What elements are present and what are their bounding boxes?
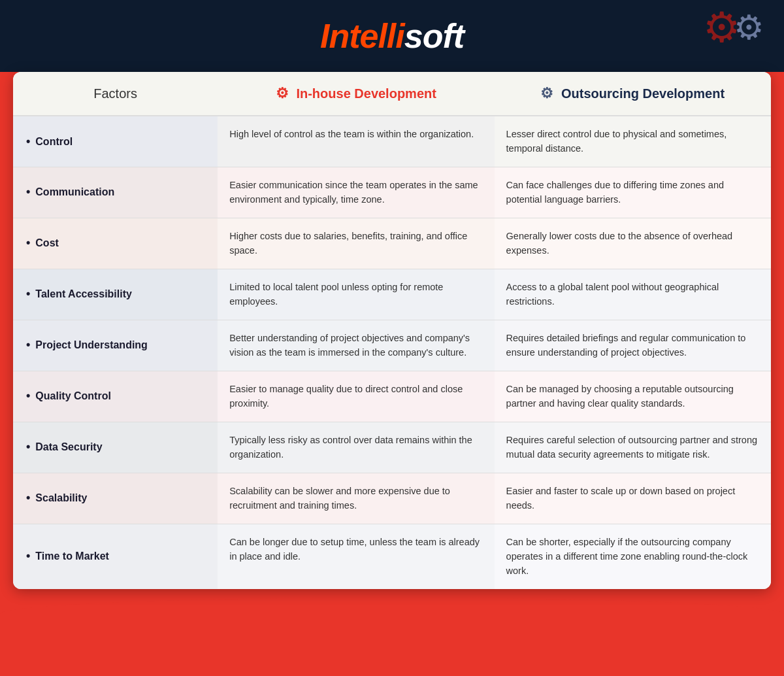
table-row: •Talent AccessibilityLimited to local ta… xyxy=(13,269,771,320)
comparison-table: Factors ⚙ In-house Development ⚙ Outsour… xyxy=(13,72,771,589)
inhouse-cell-6: Easier to manage quality due to direct c… xyxy=(218,371,494,422)
gear-container: ⚙ ⚙ xyxy=(703,7,764,48)
outsource-cell-7: Requires careful selection of outsourcin… xyxy=(495,422,771,473)
gear-inhouse-icon: ⚙ xyxy=(276,85,289,102)
th-inhouse: ⚙ In-house Development xyxy=(218,72,494,116)
inhouse-cell-9: Can be longer due to setup time, unless … xyxy=(218,524,494,589)
factor-cell-3: •Cost xyxy=(13,218,218,269)
bullet-icon: • xyxy=(26,549,30,562)
header: Intellisoft ⚙ ⚙ xyxy=(0,0,784,72)
inhouse-cell-2: Easier communication since the team oper… xyxy=(218,167,494,218)
factor-cell-9: •Time to Market xyxy=(13,524,218,589)
outsource-cell-1: Lesser direct control due to physical an… xyxy=(495,116,771,167)
inhouse-cell-5: Better understanding of project objectiv… xyxy=(218,320,494,371)
th-factors: Factors xyxy=(13,72,218,116)
logo-intelli: Intelli xyxy=(320,17,404,55)
outsource-cell-3: Generally lower costs due to the absence… xyxy=(495,218,771,269)
factor-cell-2: •Communication xyxy=(13,167,218,218)
bullet-icon: • xyxy=(26,338,30,351)
inhouse-cell-4: Limited to local talent pool unless opti… xyxy=(218,269,494,320)
table-row: •Quality ControlEasier to manage quality… xyxy=(13,371,771,422)
outsource-cell-6: Can be managed by choosing a reputable o… xyxy=(495,371,771,422)
bullet-icon: • xyxy=(26,236,30,249)
table-row: •Data SecurityTypically less risky as co… xyxy=(13,422,771,473)
table-row: •ControlHigh level of control as the tea… xyxy=(13,116,771,167)
logo: Intellisoft xyxy=(320,16,464,56)
inhouse-cell-3: Higher costs due to salaries, benefits, … xyxy=(218,218,494,269)
inhouse-cell-8: Scalability can be slower and more expen… xyxy=(218,473,494,524)
table-row: •Project UnderstandingBetter understandi… xyxy=(13,320,771,371)
outsource-cell-5: Requires detailed briefings and regular … xyxy=(495,320,771,371)
table-row: •Time to MarketCan be longer due to setu… xyxy=(13,524,771,589)
th-outsource: ⚙ Outsourcing Development xyxy=(495,72,771,116)
factor-cell-6: •Quality Control xyxy=(13,371,218,422)
table-row: •ScalabilityScalability can be slower an… xyxy=(13,473,771,524)
table-row: •CostHigher costs due to salaries, benef… xyxy=(13,218,771,269)
th-inhouse-label: In-house Development xyxy=(296,86,436,101)
bullet-icon: • xyxy=(26,491,30,504)
bullet-icon: • xyxy=(26,440,30,453)
bullet-icon: • xyxy=(26,287,30,300)
gear-small-icon: ⚙ xyxy=(734,10,764,44)
factor-cell-7: •Data Security xyxy=(13,422,218,473)
factor-cell-4: •Talent Accessibility xyxy=(13,269,218,320)
inhouse-cell-1: High level of control as the team is wit… xyxy=(218,116,494,167)
factor-cell-5: •Project Understanding xyxy=(13,320,218,371)
th-outsource-label: Outsourcing Development xyxy=(561,86,725,101)
gear-outsource-icon: ⚙ xyxy=(540,85,553,102)
logo-soft: soft xyxy=(404,17,464,55)
inhouse-cell-7: Typically less risky as control over dat… xyxy=(218,422,494,473)
outsource-cell-2: Can face challenges due to differing tim… xyxy=(495,167,771,218)
bullet-icon: • xyxy=(26,389,30,402)
bullet-icon: • xyxy=(26,185,30,198)
outsource-cell-8: Easier and faster to scale up or down ba… xyxy=(495,473,771,524)
table-header-row: Factors ⚙ In-house Development ⚙ Outsour… xyxy=(13,72,771,116)
outsource-cell-9: Can be shorter, especially if the outsou… xyxy=(495,524,771,589)
table-row: •CommunicationEasier communication since… xyxy=(13,167,771,218)
outsource-cell-4: Access to a global talent pool without g… xyxy=(495,269,771,320)
bullet-icon: • xyxy=(26,135,30,148)
factor-cell-8: •Scalability xyxy=(13,473,218,524)
main-container: Factors ⚙ In-house Development ⚙ Outsour… xyxy=(13,72,771,589)
factor-cell-1: •Control xyxy=(13,116,218,167)
